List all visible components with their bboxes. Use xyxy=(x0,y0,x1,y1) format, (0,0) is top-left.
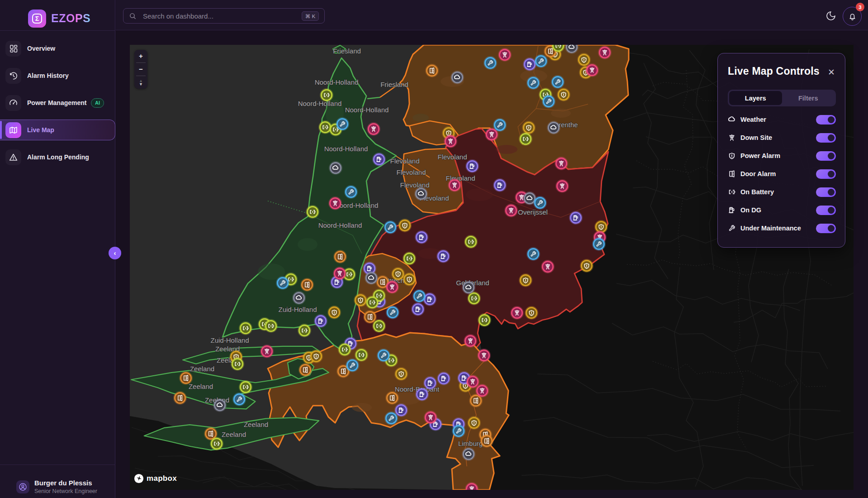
svg-text:Noord-Holland: Noord-Holland xyxy=(324,145,368,153)
svg-text:Zeeland: Zeeland xyxy=(189,383,213,390)
svg-text:Zeeland: Zeeland xyxy=(244,421,268,428)
svg-text:Zeeland: Zeeland xyxy=(190,365,214,373)
svg-text:Noord-Holland: Noord-Holland xyxy=(318,221,362,229)
svg-text:Flevoland: Flevoland xyxy=(437,153,467,161)
svg-text:Friesland: Friesland xyxy=(380,81,408,88)
svg-text:Zuid-Holland: Zuid-Holland xyxy=(278,306,317,313)
svg-text:Flevoland: Flevoland xyxy=(390,157,419,165)
svg-text:Limburg: Limburg xyxy=(458,440,483,447)
svg-text:Noord-Holland: Noord-Holland xyxy=(298,100,342,107)
svg-text:Noord-Holland: Noord-Holland xyxy=(315,78,359,86)
svg-text:Zuid-Holland: Zuid-Holland xyxy=(210,336,249,344)
svg-text:Flevoland: Flevoland xyxy=(400,181,429,189)
svg-text:Flevoland: Flevoland xyxy=(396,168,426,176)
svg-text:Noord-Holland: Noord-Holland xyxy=(345,106,389,114)
svg-text:Zeeland: Zeeland xyxy=(222,431,246,438)
svg-text:Overijssel: Overijssel xyxy=(518,208,548,216)
svg-text:Friesland: Friesland xyxy=(333,47,361,55)
